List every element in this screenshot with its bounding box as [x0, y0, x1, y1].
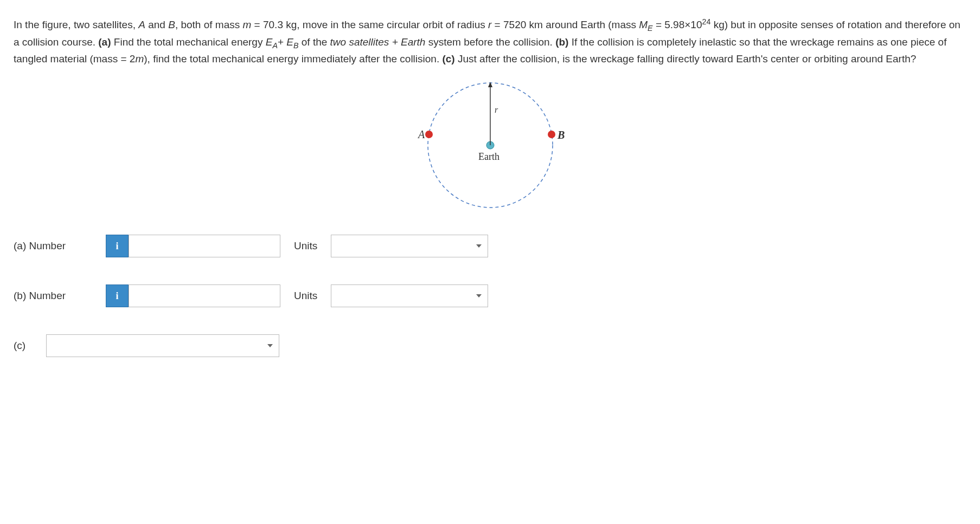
answer-row-a: (a) Number i Units [14, 235, 966, 257]
info-icon-b[interactable]: i [106, 284, 129, 307]
units-select-a[interactable] [331, 235, 488, 257]
svg-point-5 [548, 131, 555, 138]
info-icon-a[interactable]: i [106, 235, 129, 257]
number-input-b[interactable] [129, 284, 280, 307]
label-a-number: (a) Number [14, 238, 95, 254]
figure-container: A B Earth r [14, 77, 966, 213]
units-label-a: Units [294, 238, 317, 254]
problem-statement: In the figure, two satellites, A and B, … [14, 16, 966, 67]
label-b-number: (b) Number [14, 288, 95, 304]
label-earth: Earth [478, 151, 499, 162]
label-c: (c) [14, 338, 35, 354]
answer-row-b: (b) Number i Units [14, 284, 966, 307]
label-b: B [557, 129, 565, 141]
answer-row-c: (c) [14, 334, 966, 357]
units-select-b[interactable] [331, 284, 488, 307]
answer-select-c[interactable] [46, 334, 279, 357]
svg-point-4 [425, 131, 433, 138]
orbit-figure: A B Earth r [414, 77, 566, 213]
number-input-a[interactable] [129, 235, 280, 257]
units-label-b: Units [294, 288, 317, 304]
label-a: A [417, 128, 425, 140]
label-r: r [495, 105, 498, 114]
